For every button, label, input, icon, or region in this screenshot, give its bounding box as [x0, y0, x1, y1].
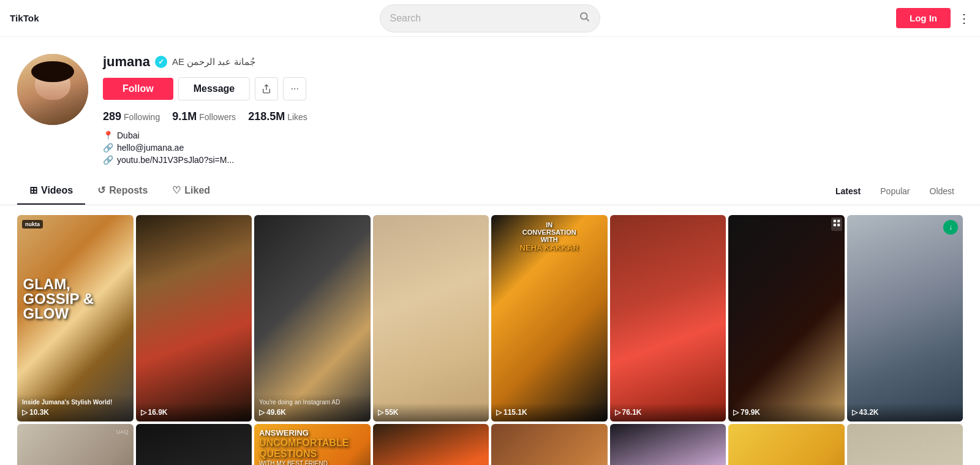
video-card-13[interactable]: [491, 424, 608, 465]
link-icon: 🔗: [103, 155, 113, 165]
likes-label: Likes: [287, 112, 307, 122]
video-card-15[interactable]: [728, 424, 845, 465]
uq-with: WITH MY BEST FRIEND: [259, 460, 366, 465]
tab-videos[interactable]: ⊞ Videos: [17, 177, 85, 205]
profile-stats: 289 Following 9.1M Followers 218.5M Like…: [103, 110, 963, 123]
video-views-1: ▷ 10.3K: [22, 408, 129, 417]
followers-label: Followers: [199, 112, 236, 122]
share-icon: [262, 84, 271, 94]
location-text: Dubai: [117, 130, 140, 140]
profile-username: jumana: [103, 54, 150, 70]
logo: TikTok: [10, 10, 83, 27]
sort-options: Latest Popular Oldest: [827, 183, 963, 200]
stat-followers[interactable]: 9.1M Followers: [172, 110, 236, 123]
video-card-2[interactable]: ▷ 16.9K: [136, 215, 252, 422]
following-label: Following: [124, 112, 160, 122]
liked-tab-icon: ♡: [172, 184, 181, 196]
video-overlay-3: You're doing an Instagram AD ▷ 49.6K: [254, 394, 371, 422]
play-icon-8: ▷: [852, 408, 858, 417]
conv-title2: CONVERSATION: [496, 229, 603, 236]
reposts-tab-icon: ↺: [97, 184, 105, 196]
email-row[interactable]: 🔗 hello@jumana.ae: [103, 143, 963, 153]
video-card-14[interactable]: [610, 424, 726, 465]
profile-display-name: جُمانة عبد الرحمن AE: [172, 56, 255, 67]
video-card-7[interactable]: ▷ 79.9K: [728, 215, 845, 422]
video-card-10[interactable]: [136, 424, 252, 465]
video-card-1[interactable]: nukta GLAM, GOSSIP & GLOW Inside Jumana'…: [17, 215, 134, 422]
video-card-4[interactable]: ▷ 55K: [373, 215, 489, 422]
play-icon-7: ▷: [733, 408, 739, 417]
sort-oldest-button[interactable]: Oldest: [921, 183, 963, 200]
video-overlay-4: ▷ 55K: [373, 403, 489, 422]
uq-title: ANSWERING: [259, 429, 366, 437]
location-icon: 📍: [103, 130, 113, 140]
play-icon-6: ▷: [615, 408, 620, 417]
follow-button[interactable]: Follow: [103, 78, 173, 100]
video-views-4: ▷ 55K: [378, 408, 484, 417]
video-views-7: ▷ 79.9K: [733, 408, 840, 417]
video-overlay-6: ▷ 76.1K: [610, 403, 726, 422]
video-card-8[interactable]: ↓ ▷ 43.2K: [847, 215, 963, 422]
header-right: Log In ⋮: [896, 8, 970, 28]
search-input[interactable]: [390, 13, 579, 24]
tab-liked[interactable]: ♡ Liked: [160, 177, 222, 205]
svg-rect-3: [833, 220, 835, 222]
video-views-2: ▷ 16.9K: [141, 408, 247, 417]
location-row: 📍 Dubai: [103, 130, 963, 140]
videos-tab-label: Videos: [41, 185, 73, 196]
likes-count: 218.5M: [248, 110, 285, 123]
svg-rect-4: [837, 220, 840, 222]
search-container: [83, 4, 896, 32]
search-icon: [579, 11, 590, 25]
avatar: [17, 54, 88, 125]
tiktok-logo-icon: TikTok: [10, 10, 39, 27]
video-grid: nukta GLAM, GOSSIP & GLOW Inside Jumana'…: [0, 205, 980, 465]
video-card-11[interactable]: ANSWERING UNCOMFORTABLE QUESTIONS WITH M…: [254, 424, 371, 465]
profile-actions: Follow Message ···: [103, 77, 963, 100]
video-card-9[interactable]: UAQ: [17, 424, 134, 465]
video-card-12[interactable]: South Indian Culture>>: [373, 424, 489, 465]
conv-with: WITH: [496, 236, 603, 243]
share-button[interactable]: [255, 77, 278, 100]
video-overlay-7: ▷ 79.9K: [728, 403, 845, 422]
uq-overlay: ANSWERING UNCOMFORTABLE QUESTIONS WITH M…: [259, 429, 366, 465]
header-more-button[interactable]: ⋮: [958, 11, 970, 26]
message-button[interactable]: Message: [178, 77, 251, 100]
video-views-3: ▷ 49.6K: [259, 408, 366, 417]
gallery-icon: [832, 219, 841, 227]
link-row[interactable]: 🔗 youtu.be/NJ1V3PsJla0?si=M...: [103, 155, 963, 165]
more-icon: ···: [291, 83, 299, 94]
video-card-3[interactable]: You're doing an Instagram AD ▷ 49.6K: [254, 215, 371, 422]
tabs-section: ⊞ Videos ↺ Reposts ♡ Liked Latest Popula…: [0, 177, 980, 205]
conv-title: IN: [496, 221, 603, 229]
avatar-image: [17, 54, 88, 125]
play-icon-3: ▷: [259, 408, 265, 417]
video-views-8: ▷ 43.2K: [852, 408, 959, 417]
video-views-6: ▷ 76.1K: [615, 408, 722, 417]
video-card-6[interactable]: ▷ 76.1K: [610, 215, 726, 422]
profile-meta: 📍 Dubai 🔗 hello@jumana.ae 🔗 youtu.be/NJ1…: [103, 130, 963, 165]
sort-popular-button[interactable]: Popular: [872, 183, 918, 200]
videos-tab-icon: ⊞: [29, 184, 37, 196]
video-title-overlay: GLAM, GOSSIP & GLOW: [23, 277, 127, 321]
email-icon: 🔗: [103, 143, 113, 153]
more-profile-button[interactable]: ···: [283, 77, 306, 100]
download-badge: ↓: [943, 220, 958, 235]
stat-likes[interactable]: 218.5M Likes: [248, 110, 307, 123]
login-button[interactable]: Log In: [896, 8, 951, 28]
reposts-tab-label: Reposts: [109, 185, 148, 196]
uq-questions: QUESTIONS: [259, 448, 366, 459]
tab-reposts[interactable]: ↺ Reposts: [85, 177, 160, 205]
video-card-5[interactable]: IN CONVERSATION WITH NEHA KAKKAR ▷ 115.1…: [491, 215, 608, 422]
video-card-16[interactable]: [847, 424, 963, 465]
video-overlay-2: ▷ 16.9K: [136, 403, 252, 422]
video-subtitle-3: You're doing an Instagram AD: [259, 399, 366, 406]
sort-latest-button[interactable]: Latest: [827, 183, 869, 200]
stat-following[interactable]: 289 Following: [103, 110, 160, 123]
link-text: youtu.be/NJ1V3PsJla0?si=M...: [117, 155, 234, 165]
profile-info: jumana ✓ جُمانة عبد الرحمن AE Follow Mes…: [103, 54, 963, 165]
play-icon-2: ▷: [141, 408, 146, 417]
verified-badge: ✓: [155, 56, 167, 68]
nukta-badge: nukta: [22, 220, 43, 229]
tabs-left: ⊞ Videos ↺ Reposts ♡ Liked: [17, 177, 222, 205]
